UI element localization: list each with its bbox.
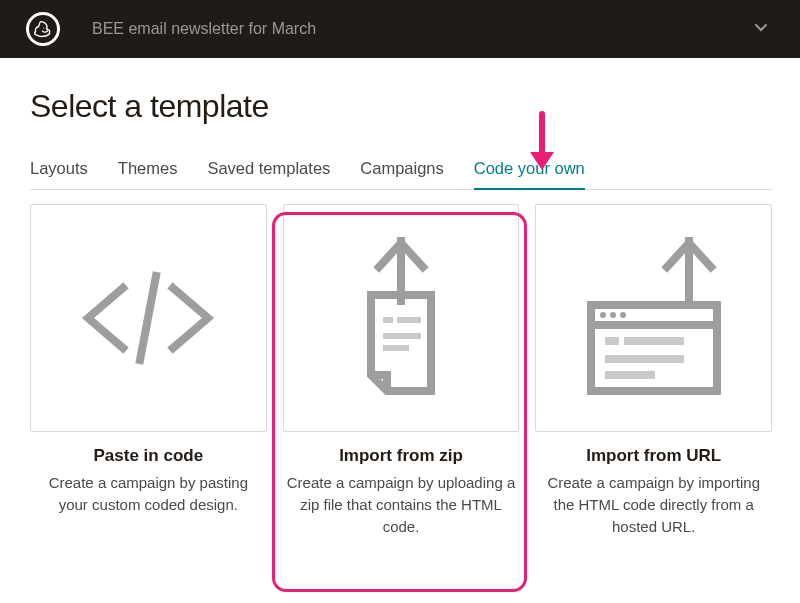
annotation-arrow-icon	[522, 108, 562, 178]
svg-rect-6	[383, 345, 409, 351]
svg-point-9	[600, 312, 606, 318]
tab-themes[interactable]: Themes	[118, 151, 178, 189]
topbar: BEE email newsletter for March	[0, 0, 800, 58]
svg-rect-14	[605, 355, 684, 363]
svg-point-11	[620, 312, 626, 318]
tab-saved-templates[interactable]: Saved templates	[207, 151, 330, 189]
cards-row: Paste in code Create a campaign by pasti…	[30, 204, 772, 537]
svg-point-0	[43, 27, 44, 28]
tabs: Layouts Themes Saved templates Campaigns…	[30, 151, 772, 190]
svg-rect-15	[605, 371, 655, 379]
svg-rect-13	[624, 337, 684, 345]
svg-point-10	[610, 312, 616, 318]
card-import-from-zip[interactable]: Import from zip Create a campaign by upl…	[283, 204, 520, 537]
tab-campaigns[interactable]: Campaigns	[360, 151, 443, 189]
tab-layouts[interactable]: Layouts	[30, 151, 88, 189]
svg-rect-4	[397, 317, 421, 323]
svg-point-1	[45, 27, 46, 28]
svg-rect-5	[383, 333, 421, 339]
card-import-from-url[interactable]: Import from URL Create a campaign by imp…	[535, 204, 772, 537]
mailchimp-logo	[26, 12, 60, 46]
upload-browser-icon	[569, 233, 739, 403]
card-desc: Create a campaign by uploading a zip fil…	[283, 472, 520, 537]
card-desc: Create a campaign by importing the HTML …	[535, 472, 772, 537]
chevron-down-icon[interactable]	[754, 22, 768, 36]
card-paste-in-code[interactable]: Paste in code Create a campaign by pasti…	[30, 204, 267, 537]
page-title: Select a template	[30, 88, 772, 125]
card-title: Paste in code	[30, 446, 267, 466]
upload-file-icon	[321, 233, 481, 403]
code-icon	[68, 258, 228, 378]
svg-rect-3	[383, 317, 393, 323]
card-desc: Create a campaign by pasting your custom…	[30, 472, 267, 516]
card-title: Import from zip	[283, 446, 520, 466]
campaign-name[interactable]: BEE email newsletter for March	[92, 20, 316, 38]
svg-line-2	[140, 276, 156, 360]
card-title: Import from URL	[535, 446, 772, 466]
svg-rect-12	[605, 337, 619, 345]
